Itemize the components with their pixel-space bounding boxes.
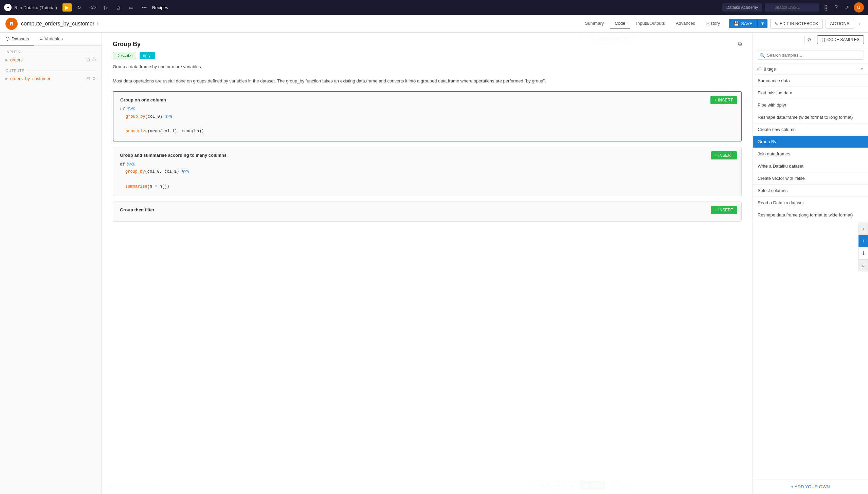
table-icon[interactable]: ⊞ <box>86 57 90 62</box>
samples-search-input[interactable] <box>757 51 864 60</box>
left-panel-tabs: ⬡ Datasets ≡ Variables <box>0 33 102 46</box>
code-sample-group-filter: Group then filter + INSERT <box>113 202 742 222</box>
display-icon-btn[interactable]: ▭ <box>126 3 136 12</box>
add-your-own[interactable]: + ADD YOUR OWN <box>753 479 868 494</box>
sample-list: Summarise data Find missing data Pipe wi… <box>753 75 868 479</box>
left-tab-datasets[interactable]: ⬡ Datasets <box>0 33 34 45</box>
tab-inputs-outputs[interactable]: Inputs/Outputs <box>631 19 670 28</box>
sample-title: Group and summarise according to many co… <box>120 153 735 158</box>
main-layout: ⬡ Datasets ≡ Variables Inputs ▶ orders ⊞… <box>0 33 868 494</box>
sample-item-new-column[interactable]: Create new column <box>753 124 868 136</box>
save-dropdown-button[interactable]: ▼ <box>757 19 767 28</box>
recipe-title: compute_orders_by_customer <box>21 21 94 27</box>
help-icon[interactable]: ? <box>833 3 840 12</box>
output-dataset-orders-by-customer[interactable]: ▶ orders_by_customer ⊞ ⚙ <box>0 74 102 83</box>
insert-button-2[interactable]: + INSERT <box>711 151 737 159</box>
sample-item-select[interactable]: Select columns <box>753 185 868 197</box>
tab-code[interactable]: Code <box>610 19 630 28</box>
float-circle[interactable]: ○ <box>858 259 868 271</box>
inputs-section-label: Inputs <box>0 46 102 55</box>
pencil-icon: ✎ <box>775 21 778 26</box>
recipes-label: Recipes <box>152 5 168 10</box>
save-button[interactable]: 💾 SAVE <box>729 19 757 28</box>
left-tab-variables[interactable]: ≡ Variables <box>34 33 68 45</box>
insert-button-1[interactable]: + INSERT <box>710 96 737 104</box>
float-info[interactable]: ℹ <box>858 247 868 259</box>
overlay-title: Group By <box>113 41 141 48</box>
samples-search-icon: 🔍 <box>760 53 765 58</box>
overlay-panel: Group By ⧉ Describe dplyr Group a data.f… <box>102 33 753 494</box>
sample-item-pipe[interactable]: Pipe with dplyr <box>753 99 868 111</box>
edit-notebook-button[interactable]: ✎ EDIT IN NOTEBOOK <box>770 19 823 28</box>
tags-chevron-icon: ▼ <box>860 66 864 71</box>
tab-history[interactable]: History <box>702 19 725 28</box>
tab-summary[interactable]: Summary <box>580 19 609 28</box>
float-plus[interactable]: + <box>858 235 868 247</box>
code-icon-btn[interactable]: </> <box>87 3 99 12</box>
dataset-actions: ⊞ ⚙ <box>86 57 96 62</box>
info-icon[interactable]: ℹ <box>97 21 99 26</box>
braces-icon-right: { } <box>821 37 825 42</box>
search-wrapper: 🔍 <box>765 3 819 12</box>
run-icon-btn[interactable]: ▷ <box>102 3 111 12</box>
tags-filter: 🏷 8 tags ▼ <box>753 63 868 75</box>
overlay-description: Group a data.frame by one or more variab… <box>113 63 742 84</box>
sample-item-join[interactable]: Join data.frames <box>753 148 868 160</box>
avatar[interactable]: U <box>854 2 864 13</box>
sample-code: df %>% group_by(col_0) %>% summarize(mea… <box>120 106 734 135</box>
tag-icon: 🏷 <box>757 66 762 72</box>
input-dataset-orders[interactable]: ▶ orders ⊞ ⚙ <box>0 55 102 64</box>
tab-advanced[interactable]: Advanced <box>671 19 700 28</box>
table-icon[interactable]: ⊞ <box>86 76 90 81</box>
expand-icon: ▶ <box>5 77 8 80</box>
header-tabs: Summary Code Inputs/Outputs Advanced His… <box>580 19 725 28</box>
right-panel-gear-button[interactable]: ⚙ <box>804 36 814 44</box>
print-icon-btn[interactable]: 🖨 <box>113 3 124 12</box>
play-icon-btn[interactable]: ▶ <box>62 3 72 12</box>
sample-item-summarise[interactable]: Summarise data <box>753 75 868 87</box>
datasets-icon: ⬡ <box>5 36 10 41</box>
trend-icon[interactable]: ↗ <box>843 3 851 12</box>
sample-item-group-by[interactable]: Group By <box>753 136 868 148</box>
save-btn-group: 💾 SAVE ▼ <box>729 19 767 28</box>
refresh-icon-btn[interactable]: ↻ <box>74 3 84 12</box>
left-panel: ⬡ Datasets ≡ Variables Inputs ▶ orders ⊞… <box>0 33 102 494</box>
insert-button-3[interactable]: + INSERT <box>711 206 737 214</box>
dataset-name: orders_by_customer <box>10 76 86 81</box>
variables-icon: ≡ <box>40 36 42 41</box>
floating-right-buttons: › + ℹ ○ <box>858 223 868 271</box>
secondary-header: R compute_orders_by_customer ℹ Summary C… <box>0 15 868 33</box>
sample-item-vector[interactable]: Create vector with ifelse <box>753 172 868 185</box>
copy-icon[interactable]: ⧉ <box>738 41 742 47</box>
settings-icon[interactable]: ⚙ <box>92 57 96 62</box>
academy-button[interactable]: Dataiku Academy <box>722 3 762 12</box>
app-title: R in Dataiku (Tutorial) <box>14 5 57 10</box>
settings-icon[interactable]: ⚙ <box>92 76 96 81</box>
dataset-actions: ⊞ ⚙ <box>86 76 96 81</box>
search-wrap: 🔍 <box>757 51 864 60</box>
app-logo: ✦ <box>4 4 12 11</box>
search-input[interactable] <box>765 3 819 12</box>
sample-item-missing[interactable]: Find missing data <box>753 87 868 99</box>
sample-item-reshape-lw[interactable]: Reshape data.frame (long format to wide … <box>753 209 868 221</box>
sample-item-read[interactable]: Read a Dataiku dataset <box>753 197 868 209</box>
code-sample-group-one: Group on one column + INSERT df %>% grou… <box>113 91 742 141</box>
right-panel-search: 🔍 <box>753 47 868 63</box>
sample-item-reshape-wl[interactable]: Reshape data.frame (wide format to long … <box>753 111 868 124</box>
sample-item-write[interactable]: Write a Dataiku dataset <box>753 160 868 172</box>
float-arrow-right[interactable]: › <box>858 223 868 235</box>
more-icon-btn[interactable]: ••• <box>139 3 149 12</box>
sample-title: Group on one column <box>120 97 734 102</box>
code-sample-group-many: Group and summarise according to many co… <box>113 147 742 196</box>
tag-describe: Describe <box>113 52 136 59</box>
collapse-button[interactable]: › <box>857 19 863 29</box>
tags-count[interactable]: 8 tags <box>764 66 858 72</box>
save-icon: 💾 <box>734 21 739 26</box>
code-samples-toggle-button[interactable]: { } CODE SAMPLES <box>817 35 864 44</box>
actions-button[interactable]: ACTIONS <box>826 19 854 28</box>
tag-dplyr: dplyr <box>140 52 155 59</box>
grid-icon[interactable]: ⣿ <box>822 3 830 12</box>
dataset-name: orders <box>10 57 86 62</box>
top-nav: ✦ R in Dataiku (Tutorial) ▶ ↻ </> ▷ 🖨 ▭ … <box>0 0 868 15</box>
editor-area: ⚙ { } CODE SAMPLES 1 library(data 2 3 # … <box>102 33 753 494</box>
